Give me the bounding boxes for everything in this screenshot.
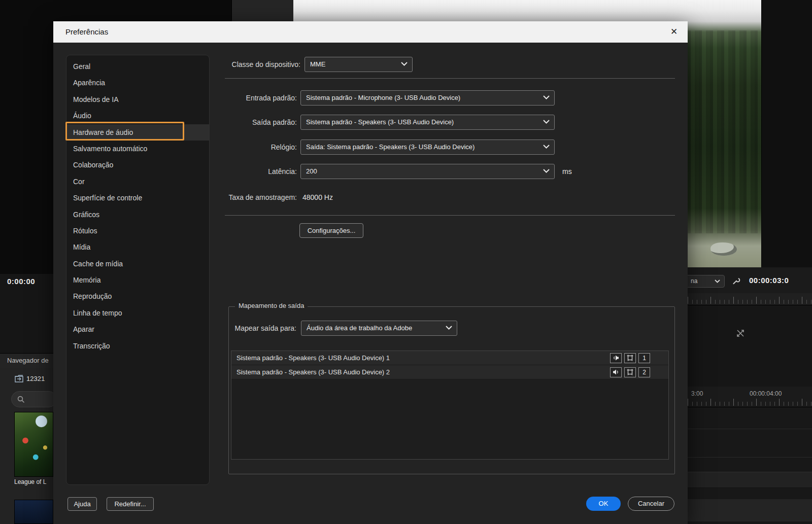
device-class-label: Classe do dispositivo: — [145, 57, 300, 72]
entrada-padrao-dropdown[interactable]: Sistema padrão - Microphone (3- USB Audi… — [300, 90, 555, 106]
sample-rate-label: Taxa de amostragem: — [145, 190, 297, 205]
close-icon[interactable]: ✕ — [667, 25, 681, 39]
map-output-dropdown[interactable]: Áudio da área de trabalho da Adobe — [301, 321, 457, 336]
channel-grid-icon[interactable] — [624, 367, 636, 377]
clip-thumbnail-league[interactable] — [14, 412, 53, 477]
saida-padrao-value: Sistema padrão - Speakers (3- USB Audio … — [306, 118, 454, 126]
chevron-down-icon — [715, 280, 720, 283]
relogio-value: Saída: Sistema padrão - Speakers (3- USB… — [306, 143, 475, 151]
output-mapping-group-label: Mapeamento de saída — [235, 302, 308, 309]
timeline-fit-dropdown-value: na — [691, 277, 697, 285]
left-channel-speaker-icon[interactable] — [610, 353, 622, 363]
right-channel-speaker-icon[interactable] — [610, 367, 622, 377]
timeline-tracks — [688, 407, 812, 524]
section-divider — [225, 78, 675, 79]
preview-rock — [710, 242, 737, 256]
latencia-dropdown[interactable]: 200 — [300, 164, 555, 179]
output-mapping-list: Sistema padrão - Speakers (3- USB Audio … — [231, 351, 669, 460]
help-button[interactable]: Ajuda — [67, 497, 97, 511]
right-edge-panel — [761, 0, 812, 267]
sidebar-item-aparencia[interactable]: Aparência — [66, 75, 209, 91]
entrada-padrao-value: Sistema padrão - Microphone (3- USB Audi… — [306, 94, 460, 101]
sidebar-item-aparar[interactable]: Aparar — [66, 321, 209, 337]
monitor-time-ruler[interactable] — [688, 293, 812, 305]
output-mapping-row-1[interactable]: Sistema padrão - Speakers (3- USB Audio … — [231, 351, 668, 365]
map-output-label: Mapear saída para: — [229, 321, 296, 336]
device-class-value: MME — [310, 60, 325, 68]
search-icon — [17, 396, 25, 403]
preferences-dialog: Preferências ✕ Geral Aparência Modelos d… — [53, 21, 688, 524]
chevron-down-icon — [543, 169, 550, 173]
output-mapping-row-2[interactable]: Sistema padrão - Speakers (3- USB Audio … — [231, 365, 668, 379]
ok-button[interactable]: OK — [586, 497, 621, 511]
output-channel-name: Sistema padrão - Speakers (3- USB Audio … — [236, 354, 607, 362]
timeline-empty-area — [688, 305, 812, 387]
bin-name[interactable]: 12321 — [26, 375, 45, 382]
section-divider — [225, 215, 675, 216]
annotation-highlight-box — [65, 122, 184, 141]
dialog-title: Preferências — [65, 27, 108, 36]
chevron-down-icon — [543, 120, 550, 124]
chevron-down-icon — [543, 95, 550, 99]
sidebar-item-transcricao[interactable]: Transcrição — [66, 338, 209, 354]
bin-icon — [15, 375, 24, 382]
sidebar-item-linha-de-tempo[interactable]: Linha de tempo — [66, 305, 209, 321]
latencia-label: Latência: — [145, 164, 297, 179]
saida-padrao-dropdown[interactable]: Sistema padrão - Speakers (3- USB Audio … — [300, 115, 555, 130]
map-output-value: Áudio da área de trabalho da Adobe — [307, 324, 412, 332]
chevron-down-icon — [543, 145, 550, 149]
media-browser-panel-title: Navegador de — [7, 357, 49, 364]
latencia-unit: ms — [562, 164, 572, 179]
channel-number-box[interactable]: 2 — [638, 367, 650, 377]
chevron-down-icon — [446, 326, 452, 330]
search-input[interactable] — [11, 391, 57, 407]
entrada-padrao-label: Entrada padrão: — [145, 90, 297, 106]
relogio-dropdown[interactable]: Saída: Sistema padrão - Speakers (3- USB… — [300, 139, 555, 155]
output-mapping-group: Mapeamento de saída Mapear saída para: Á… — [228, 306, 675, 474]
sidebar-item-rotulos[interactable]: Rótulos — [66, 223, 209, 239]
channel-grid-icon[interactable] — [624, 353, 636, 363]
sidebar-item-cache-de-midia[interactable]: Cache de mídia — [66, 256, 209, 272]
sidebar-item-midia[interactable]: Mídia — [66, 239, 209, 255]
crossed-arrows-icon[interactable] — [736, 329, 745, 338]
panel-gap — [232, 0, 293, 21]
timeline-timecode[interactable]: 00:00:03:0 — [749, 276, 789, 285]
ruler-label-left: 3:00 — [691, 390, 703, 397]
latencia-value: 200 — [306, 167, 317, 175]
chevron-down-icon — [401, 62, 408, 66]
settings-button[interactable]: Configurações... — [299, 223, 363, 238]
relogio-label: Relógio: — [145, 139, 297, 155]
source-timecode[interactable]: 0:00:00 — [7, 277, 35, 286]
timeline-time-ruler[interactable] — [688, 399, 812, 407]
preview-tree-texture — [688, 30, 761, 233]
reset-button[interactable]: Redefinir... — [107, 497, 154, 511]
sample-rate-value: 48000 Hz — [302, 190, 333, 205]
dialog-titlebar: Preferências ✕ — [53, 21, 688, 43]
wrench-icon[interactable] — [732, 277, 740, 286]
clip-caption: League of L — [14, 478, 46, 485]
premiere-app-window: 0:00:00 Navegador de 12321 League of L n… — [0, 0, 812, 524]
timeline-fit-dropdown[interactable]: na — [685, 275, 725, 288]
sidebar-item-memoria[interactable]: Memória — [66, 272, 209, 288]
sidebar-item-graficos[interactable]: Gráficos — [66, 206, 209, 223]
ruler-label-right: 00:00:04:00 — [750, 390, 782, 397]
output-channel-name: Sistema padrão - Speakers (3- USB Audio … — [236, 368, 607, 376]
clip-thumbnail-partial[interactable] — [14, 500, 53, 524]
sidebar-item-reproducao[interactable]: Reprodução — [66, 288, 209, 304]
channel-number-box[interactable]: 1 — [638, 353, 650, 363]
device-class-dropdown[interactable]: MME — [304, 57, 413, 72]
cancel-button[interactable]: Cancelar — [628, 497, 674, 511]
